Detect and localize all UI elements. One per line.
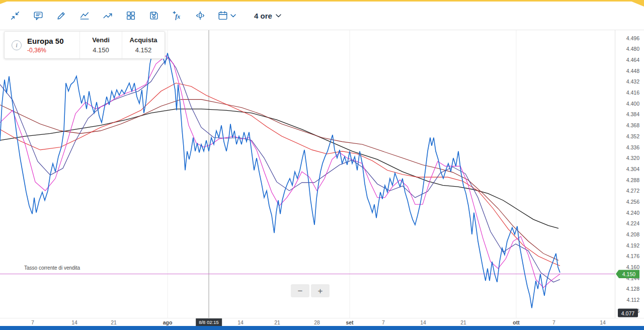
price-tick: 4.176 — [626, 253, 639, 259]
price-tick: 4.400 — [626, 101, 639, 107]
price-tick: 4.432 — [626, 78, 639, 85]
instrument-section: Europa 50 -0,36% — [5, 32, 80, 58]
time-tick: 21 — [460, 319, 466, 325]
pencil-icon — [56, 10, 67, 21]
time-tick: 14 — [600, 319, 606, 325]
price-tick: 4.368 — [626, 122, 639, 128]
price-tick: 4.288 — [626, 177, 639, 183]
buy-value: 4.152 — [135, 46, 152, 54]
time-axis[interactable]: 8/8 02:15 lug71421ago7142128set71421ott7… — [0, 318, 644, 326]
chart-area: Europa 50 -0,36% Vendi 4.150 Acquista 4.… — [0, 30, 644, 318]
bottom-accent-bar — [0, 326, 644, 330]
price-tick: 4.384 — [626, 111, 639, 117]
sell-quote[interactable]: Vendi 4.150 — [80, 32, 122, 58]
price-badge: 4.077 — [618, 309, 638, 317]
crosshair-time-badge: 8/8 02:15 — [196, 318, 222, 326]
candlestick-icon — [195, 10, 206, 21]
indicators-button[interactable]: fx — [171, 10, 183, 22]
time-tick: 7 — [382, 319, 385, 325]
time-tick: ago — [163, 319, 173, 325]
trend-up-icon — [102, 10, 113, 21]
annotation-button[interactable] — [32, 10, 44, 22]
price-tick: 4.416 — [626, 90, 639, 96]
time-tick: ott — [513, 319, 519, 325]
series-ma-red — [0, 83, 560, 266]
price-tick: 4.352 — [626, 133, 639, 139]
draw-button[interactable] — [55, 10, 67, 22]
price-tick: 4.160 — [626, 264, 639, 270]
series-ma-magenta — [0, 56, 560, 288]
time-tick: set — [346, 319, 353, 325]
sell-label: Vendi — [92, 36, 110, 44]
time-tick: 21 — [274, 319, 280, 325]
top-accent-bar — [0, 0, 644, 2]
line-chart-icon — [79, 10, 90, 21]
timeframe-dropdown[interactable]: 4 ore — [254, 12, 281, 20]
series-ma-black — [0, 109, 558, 228]
price-axis[interactable]: 4.4964.4804.4644.4484.4324.4164.4004.384… — [615, 30, 644, 318]
time-tick: 21 — [111, 319, 117, 325]
instrument-change-pct: -0,36% — [27, 47, 64, 54]
time-tick: 28 — [314, 319, 320, 325]
series-price — [0, 39, 560, 308]
timeframe-label: 4 ore — [254, 12, 272, 20]
price-chart-svg[interactable] — [0, 30, 615, 318]
fx-indicators-icon: fx — [172, 10, 183, 21]
time-tick: 7 — [31, 319, 34, 325]
price-tick: 4.192 — [626, 242, 639, 249]
price-tick: 4.304 — [626, 166, 639, 172]
zoom-in-button[interactable]: + — [311, 284, 330, 297]
chart-toolbar: fx 4 ore — [0, 2, 644, 30]
price-tick: 4.448 — [626, 68, 639, 74]
line-chart-button[interactable] — [78, 10, 91, 22]
series-ma-dark-red — [0, 100, 558, 261]
instrument-info-card: Europa 50 -0,36% Vendi 4.150 Acquista 4.… — [4, 31, 165, 59]
price-tick: 4.496 — [626, 35, 639, 41]
annotation-icon — [33, 10, 44, 21]
time-tick: 14 — [237, 319, 244, 325]
zoom-out-button[interactable]: − — [291, 284, 309, 297]
sell-rate-label: Tasso corrente di vendita — [24, 265, 80, 271]
zoom-controls: − + — [291, 284, 330, 297]
chart-type-button[interactable] — [194, 10, 206, 22]
price-tick: 4.272 — [626, 188, 639, 194]
chevron-down-icon — [276, 14, 281, 18]
price-tick: 4.128 — [626, 286, 639, 292]
trend-line-button[interactable] — [102, 10, 114, 22]
collapse-button[interactable] — [9, 10, 21, 22]
buy-quote[interactable]: Acquista 4.152 — [122, 32, 165, 58]
price-tick: 4.112 — [627, 297, 640, 303]
calendar-icon — [217, 10, 228, 21]
save-icon — [148, 10, 159, 21]
series-ma-navy — [0, 57, 560, 282]
price-tick: 4.320 — [626, 155, 639, 161]
time-tick: 7 — [552, 319, 555, 325]
sell-value: 4.150 — [93, 46, 109, 54]
time-tick: 14 — [71, 319, 77, 325]
time-tick: 14 — [420, 319, 426, 325]
price-badge: 4.150 — [616, 270, 639, 278]
info-icon[interactable] — [12, 40, 22, 50]
price-tick: 4.224 — [626, 220, 639, 226]
price-tick: 4.256 — [626, 199, 639, 205]
instrument-name: Europa 50 — [27, 37, 64, 45]
price-tick: 4.240 — [626, 210, 639, 216]
layout-grid-button[interactable] — [125, 10, 137, 22]
svg-text:fx: fx — [175, 13, 180, 20]
buy-label: Acquista — [130, 36, 157, 44]
save-button[interactable] — [148, 10, 160, 22]
collapse-icon — [10, 10, 21, 21]
price-tick: 4.480 — [626, 46, 639, 52]
chevron-down-icon — [230, 14, 236, 18]
layout-grid-icon — [125, 10, 136, 21]
price-tick: 4.464 — [626, 57, 639, 63]
calendar-button[interactable] — [217, 10, 236, 21]
price-tick: 4.336 — [626, 144, 639, 150]
price-tick: 4.208 — [626, 231, 639, 237]
